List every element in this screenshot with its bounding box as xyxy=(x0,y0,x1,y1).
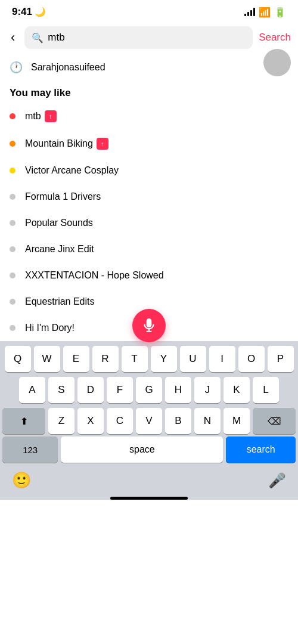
key-e[interactable]: E xyxy=(63,346,89,372)
moon-icon: 🌙 xyxy=(35,7,46,17)
dot-icon xyxy=(10,168,15,174)
key-s[interactable]: S xyxy=(48,377,74,403)
keyboard: Q W E R T Y U I O P A S D F G H J K L ⬆ … xyxy=(0,341,298,500)
recent-icon: 🕐 xyxy=(10,61,23,74)
suggestion-label: mtb ↑ xyxy=(25,110,57,122)
dot-icon xyxy=(10,299,15,305)
signal-icon xyxy=(244,8,255,16)
dot-icon xyxy=(10,273,15,278)
keyboard-row-3: ⬆ Z X C V B N M ⌫ xyxy=(2,408,296,434)
recent-search-text: Sarahjonasuifeed xyxy=(31,62,271,73)
recent-search-row[interactable]: 🕐 Sarahjonasuifeed ✕ xyxy=(0,54,298,81)
key-w[interactable]: W xyxy=(34,346,60,372)
key-t[interactable]: T xyxy=(122,346,148,372)
key-d[interactable]: D xyxy=(77,377,104,403)
status-icons: 📶 🔋 xyxy=(244,7,286,18)
list-item[interactable]: Victor Arcane Cosplay xyxy=(0,157,298,184)
dot-icon xyxy=(10,194,15,200)
space-key[interactable]: space xyxy=(61,436,223,463)
dot-icon xyxy=(10,246,15,252)
list-item[interactable]: Popular Sounds xyxy=(0,210,298,236)
battery-icon: 🔋 xyxy=(274,7,286,18)
status-bar: 9:41 🌙 📶 🔋 xyxy=(0,0,298,21)
wifi-icon: 📶 xyxy=(259,7,271,18)
suggestion-label: Popular Sounds xyxy=(25,218,93,228)
key-a[interactable]: A xyxy=(19,377,45,403)
key-k[interactable]: K xyxy=(224,377,250,403)
trend-badge: ↑ xyxy=(45,110,57,122)
list-item[interactable]: mtb ↑ xyxy=(0,103,298,130)
keyboard-bottom-row: 123 space search xyxy=(0,436,298,465)
key-x[interactable]: X xyxy=(77,408,104,434)
suggestion-label: Hi I'm Dory! xyxy=(25,323,74,333)
key-n[interactable]: N xyxy=(194,408,221,434)
back-button[interactable]: ‹ xyxy=(7,27,18,48)
suggestions-container: mtb ↑ Mountain Biking ↑ Victor Arcane Co… xyxy=(0,103,298,341)
suggestion-label: XXXTENTACION - Hope Slowed xyxy=(25,270,164,281)
home-bar xyxy=(110,497,188,500)
list-item[interactable]: Formula 1 Drivers xyxy=(0,184,298,210)
numbers-key[interactable]: 123 xyxy=(2,436,58,463)
key-j[interactable]: J xyxy=(194,377,221,403)
dot-icon xyxy=(10,220,15,226)
dot-icon xyxy=(10,113,15,119)
key-m[interactable]: M xyxy=(224,408,250,434)
key-q[interactable]: Q xyxy=(5,346,31,372)
key-y[interactable]: Y xyxy=(151,346,177,372)
key-p[interactable]: P xyxy=(268,346,294,372)
search-button[interactable]: Search xyxy=(259,32,291,44)
key-v[interactable]: V xyxy=(136,408,162,434)
suggestion-label: Arcane Jinx Edit xyxy=(25,244,94,255)
key-g[interactable]: G xyxy=(136,377,162,403)
key-f[interactable]: F xyxy=(107,377,133,403)
key-b[interactable]: B xyxy=(165,408,191,434)
keyboard-footer: 🙂 🎤 xyxy=(0,465,298,494)
key-i[interactable]: I xyxy=(209,346,235,372)
key-z[interactable]: Z xyxy=(48,408,74,434)
emoji-key[interactable]: 🙂 xyxy=(12,471,31,490)
key-o[interactable]: O xyxy=(238,346,265,372)
suggestion-label: Mountain Biking ↑ xyxy=(25,138,108,150)
shift-key[interactable]: ⬆ xyxy=(2,408,45,434)
dot-icon xyxy=(10,325,15,331)
list-item[interactable]: Arcane Jinx Edit xyxy=(0,236,298,262)
mic-keyboard-icon[interactable]: 🎤 xyxy=(268,472,286,489)
list-item[interactable]: XXXTENTACION - Hope Slowed xyxy=(0,262,298,289)
delete-key[interactable]: ⌫ xyxy=(253,408,296,434)
search-header: ‹ 🔍 Search xyxy=(0,21,298,54)
search-key[interactable]: search xyxy=(226,436,296,463)
avatar xyxy=(263,49,291,76)
list-item[interactable]: Mountain Biking ↑ xyxy=(0,130,298,157)
keyboard-row-1: Q W E R T Y U I O P xyxy=(2,346,296,372)
suggestion-label: Equestrian Edits xyxy=(25,296,95,307)
list-item[interactable]: Hi I'm Dory! xyxy=(0,315,298,341)
keyboard-row-2: A S D F G H J K L xyxy=(2,377,296,403)
key-h[interactable]: H xyxy=(165,377,191,403)
mic-button[interactable] xyxy=(132,309,166,342)
key-u[interactable]: U xyxy=(180,346,206,372)
suggestion-label: Formula 1 Drivers xyxy=(25,191,101,202)
trend-badge: ↑ xyxy=(97,138,108,150)
key-l[interactable]: L xyxy=(253,377,279,403)
key-c[interactable]: C xyxy=(107,408,133,434)
status-time: 9:41 xyxy=(12,6,32,18)
suggestion-label: Victor Arcane Cosplay xyxy=(25,165,119,176)
search-bar[interactable]: 🔍 xyxy=(24,26,253,49)
microphone-icon xyxy=(141,318,157,333)
search-input[interactable] xyxy=(48,32,246,44)
search-icon: 🔍 xyxy=(32,32,44,44)
key-r[interactable]: R xyxy=(92,346,119,372)
dot-icon xyxy=(10,141,15,147)
you-may-like-title: You may like xyxy=(0,81,298,103)
